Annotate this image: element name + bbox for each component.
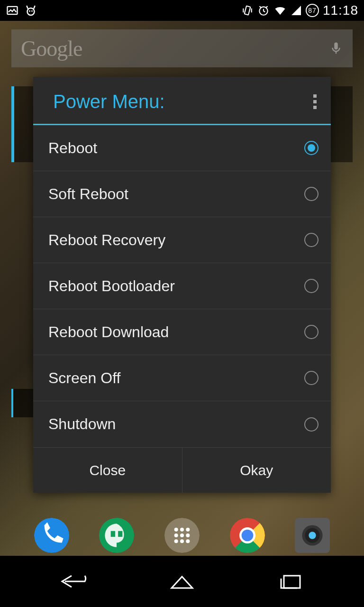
radio-reboot-download[interactable] [304, 325, 318, 339]
battery-badge: 87 [306, 4, 319, 17]
battery-level: 87 [308, 7, 317, 14]
option-label: Soft Reboot [48, 185, 128, 203]
radio-shutdown[interactable] [304, 417, 318, 432]
okay-button-label: Okay [240, 462, 273, 478]
svg-point-3 [31, 10, 33, 12]
option-label: Reboot Download [48, 323, 169, 341]
app-drawer-icon[interactable] [164, 518, 200, 553]
option-label: Reboot [48, 139, 97, 157]
svg-point-6 [34, 518, 69, 553]
okay-button[interactable]: Okay [182, 448, 331, 493]
option-soft-reboot[interactable]: Soft Reboot [33, 171, 331, 217]
navigation-bar [0, 556, 364, 607]
search-placeholder: Google [21, 36, 82, 61]
option-screen-off[interactable]: Screen Off [33, 355, 331, 401]
option-label: Shutdown [48, 415, 116, 433]
dialog-header: Power Menu: [33, 77, 331, 125]
home-button[interactable] [158, 570, 206, 593]
svg-point-12 [180, 528, 184, 532]
svg-rect-9 [118, 531, 122, 537]
svg-point-2 [29, 10, 30, 12]
cyanogenmod-icon [24, 3, 38, 18]
dialog-title: Power Menu: [53, 91, 165, 112]
option-reboot-download[interactable]: Reboot Download [33, 309, 331, 355]
option-label: Screen Off [48, 369, 120, 387]
camera-app-icon[interactable] [295, 518, 330, 553]
svg-rect-4 [244, 6, 250, 15]
radio-reboot-bootloader[interactable] [304, 279, 318, 293]
svg-point-28 [309, 532, 316, 539]
option-reboot-recovery[interactable]: Reboot Recovery [33, 217, 331, 263]
status-bar: 87 11:18 [0, 0, 364, 21]
radio-screen-off[interactable] [304, 371, 318, 385]
recents-button[interactable] [267, 570, 314, 593]
svg-rect-8 [111, 531, 115, 537]
radio-soft-reboot[interactable] [304, 187, 318, 201]
alarm-icon [257, 4, 270, 17]
option-shutdown[interactable]: Shutdown [33, 401, 331, 447]
google-search-bar[interactable]: Google [11, 29, 353, 67]
dialog-button-bar: Close Okay [33, 447, 331, 493]
svg-rect-29 [284, 576, 300, 588]
svg-point-17 [174, 539, 178, 543]
vibrate-icon [241, 4, 254, 17]
chrome-app-icon[interactable] [230, 518, 265, 553]
radio-reboot-recovery[interactable] [304, 233, 318, 247]
back-button[interactable] [50, 570, 97, 593]
svg-point-1 [27, 8, 35, 15]
power-menu-dialog: Power Menu: Reboot Soft Reboot Reboot Re… [33, 77, 331, 493]
option-reboot[interactable]: Reboot [33, 125, 331, 171]
radio-reboot[interactable] [304, 141, 318, 155]
dock [0, 515, 364, 556]
signal-icon [291, 5, 302, 16]
mic-icon[interactable] [329, 39, 343, 58]
overflow-icon[interactable] [311, 92, 318, 111]
clock-time: 11:18 [323, 3, 358, 18]
screenshot-icon [6, 4, 19, 17]
svg-point-18 [180, 539, 184, 543]
svg-point-14 [174, 533, 178, 537]
wifi-icon [273, 4, 287, 17]
phone-app-icon[interactable] [34, 518, 69, 553]
svg-rect-0 [8, 7, 18, 14]
close-button[interactable]: Close [33, 448, 182, 493]
svg-point-16 [186, 533, 190, 537]
svg-point-15 [180, 533, 184, 537]
option-label: Reboot Recovery [48, 231, 165, 249]
option-label: Reboot Bootloader [48, 277, 175, 295]
hangouts-app-icon[interactable] [99, 518, 134, 553]
option-reboot-bootloader[interactable]: Reboot Bootloader [33, 263, 331, 309]
svg-point-13 [186, 528, 190, 532]
close-button-label: Close [89, 462, 126, 478]
svg-point-24 [241, 530, 253, 542]
svg-point-11 [174, 528, 178, 532]
svg-point-19 [186, 539, 190, 543]
